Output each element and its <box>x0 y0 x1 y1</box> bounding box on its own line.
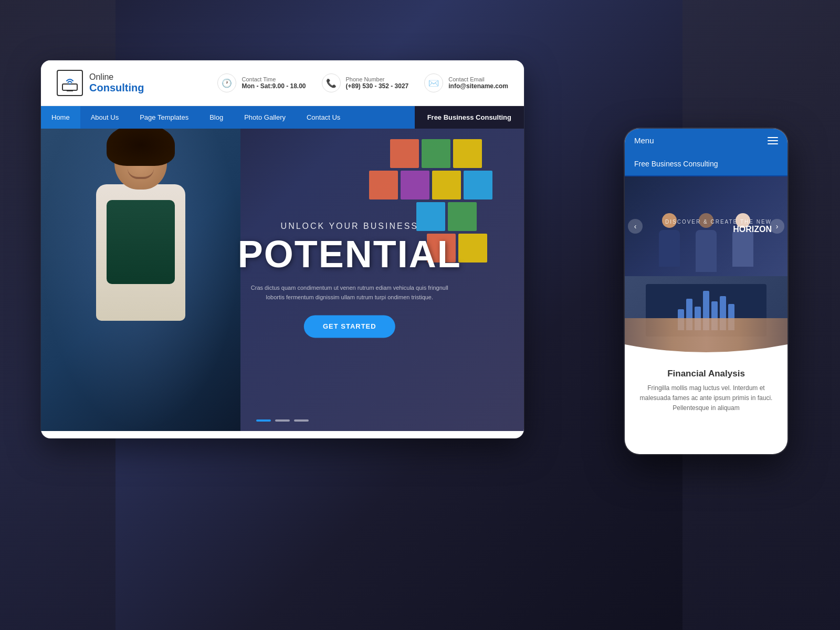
logo-text: Online Consulting <box>89 72 144 94</box>
svg-point-3 <box>69 83 71 85</box>
phone-label: Phone Number <box>346 76 409 82</box>
email-item: ✉️ Contact Email info@sitename.com <box>424 74 508 92</box>
hamburger-line-3 <box>768 143 778 144</box>
nav-templates[interactable]: Page Templates <box>129 106 199 129</box>
wifi-monitor-icon <box>61 75 78 91</box>
mobile-card-description: Fringilla mollis mag luctus vel. Interdu… <box>634 383 778 414</box>
email-value: info@sitename.com <box>448 82 508 90</box>
nav-about[interactable]: About Us <box>80 106 129 129</box>
phone-text: Phone Number (+89) 530 - 352 - 3027 <box>346 76 409 90</box>
mobile-cta[interactable]: Free Business Consulting <box>625 152 788 176</box>
hero-description: Cras dictus quam condimentum ut venen ru… <box>250 284 449 302</box>
nav-cta[interactable]: Free Business Consulting <box>415 106 524 129</box>
desktop-nav: Home About Us Page Templates Blog Photo … <box>41 106 524 129</box>
hero-title: POTENTIAL <box>238 235 461 273</box>
mobile-card-body: Financial Analysis Fringilla mollis mag … <box>625 360 788 422</box>
sticky-note <box>458 234 487 262</box>
hamburger-line-1 <box>768 137 778 138</box>
logo-icon <box>57 70 83 96</box>
sticky-note <box>432 171 461 200</box>
contact-time-text: Contact Time Mon - Sat:9.00 - 18.00 <box>242 76 306 90</box>
meeting-body-3 <box>732 230 753 267</box>
phone-icon: 📞 <box>322 74 341 92</box>
mobile-hero-subtitle: DISCOVER & CREATE THE NEW <box>665 219 772 225</box>
logo-area: Online Consulting <box>57 70 144 96</box>
desktop-mockup: Online Consulting 🕐 Contact Time Mon - S… <box>41 60 524 438</box>
email-label: Contact Email <box>448 76 508 82</box>
sticky-note <box>464 171 492 200</box>
mobile-nav: Menu <box>625 129 788 152</box>
logo-online: Online <box>89 72 144 82</box>
svg-rect-0 <box>62 84 77 90</box>
sticky-note <box>369 171 398 200</box>
sticky-note <box>390 139 419 168</box>
desktop-header: Online Consulting 🕐 Contact Time Mon - S… <box>41 60 524 106</box>
mobile-card-title: Financial Analysis <box>634 369 778 379</box>
desktop-hero: UNLOCK YOUR BUSINESS POTENTIAL Cras dict… <box>41 129 524 431</box>
nav-home[interactable]: Home <box>41 106 80 129</box>
hero-subtitle: UNLOCK YOUR BUSINESS <box>238 222 461 231</box>
phone-item: 📞 Phone Number (+89) 530 - 352 - 3027 <box>322 74 409 92</box>
meeting-body-2 <box>696 230 717 272</box>
nav-gallery[interactable]: Photo Gallery <box>234 106 296 129</box>
mobile-hero-slider: DISCOVER & CREATE THE NEW HORIZON ‹ › <box>625 176 788 276</box>
hero-text-area: UNLOCK YOUR BUSINESS POTENTIAL Cras dict… <box>238 222 461 338</box>
sticky-note <box>401 171 429 200</box>
person-shirt <box>107 200 175 284</box>
phone-value: (+89) 530 - 352 - 3027 <box>346 82 409 90</box>
mobile-hero-text: DISCOVER & CREATE THE NEW HORIZON <box>665 219 772 234</box>
hamburger-icon[interactable] <box>768 137 778 144</box>
contact-time-value: Mon - Sat:9.00 - 18.00 <box>242 82 306 90</box>
dot-3[interactable] <box>294 419 309 422</box>
email-text: Contact Email info@sitename.com <box>448 76 508 90</box>
meeting-body-1 <box>659 230 680 267</box>
mobile-card: Financial Analysis Fringilla mollis mag … <box>625 276 788 433</box>
hero-slider-dots <box>256 419 309 422</box>
mobile-card-image <box>625 276 788 360</box>
email-icon: ✉️ <box>424 74 443 92</box>
person-smile <box>128 169 154 179</box>
clock-icon: 🕐 <box>217 74 236 92</box>
mobile-menu-label: Menu <box>634 136 654 145</box>
sticky-note <box>422 139 450 168</box>
nav-blog[interactable]: Blog <box>199 106 234 129</box>
wave-divider <box>625 344 788 360</box>
dot-2[interactable] <box>275 419 290 422</box>
contact-time-label: Contact Time <box>242 76 306 82</box>
contact-time-item: 🕐 Contact Time Mon - Sat:9.00 - 18.00 <box>217 74 306 92</box>
dot-1[interactable] <box>256 419 271 422</box>
hamburger-line-2 <box>768 140 778 141</box>
slider-arrow-left[interactable]: ‹ <box>628 219 643 234</box>
mobile-mockup: Menu Free Business Consulting <box>625 129 788 454</box>
sticky-note <box>453 139 482 168</box>
person-head <box>114 132 167 190</box>
nav-contact[interactable]: Contact Us <box>296 106 351 129</box>
logo-consulting: Consulting <box>89 82 144 94</box>
person-figure <box>67 129 214 431</box>
hero-cta-button[interactable]: GET STARTED <box>304 316 395 338</box>
header-info: 🕐 Contact Time Mon - Sat:9.00 - 18.00 📞 … <box>217 74 508 92</box>
mobile-hero-title: HORIZON <box>665 225 772 234</box>
hero-person <box>41 129 240 431</box>
slider-arrow-right[interactable]: › <box>770 219 784 234</box>
